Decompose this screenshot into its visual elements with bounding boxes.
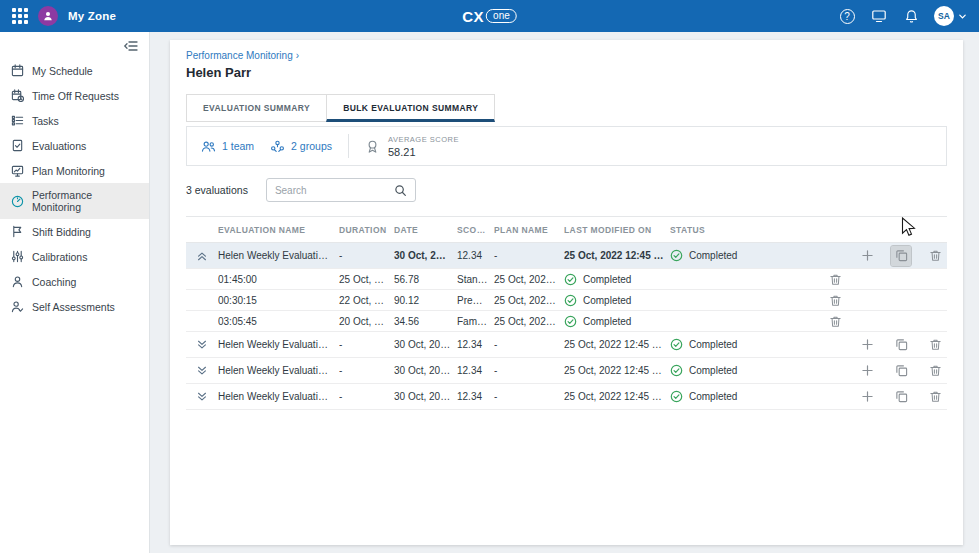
sidebar-item-my-schedule[interactable]: My Schedule — [0, 58, 149, 83]
sidebar-item-shift-bidding[interactable]: Shift Bidding — [0, 219, 149, 244]
search-input[interactable] — [275, 185, 388, 196]
date: 20 Oct, 2022 — [339, 316, 394, 327]
last-modified: 25 Oct, 2022 12:45 PM — [564, 339, 670, 350]
sidebar-item-plan-monitoring[interactable]: Plan Monitoring — [0, 158, 149, 183]
notifications-bell-icon[interactable] — [902, 7, 920, 25]
groups-link[interactable]: 2 groups — [270, 140, 332, 153]
groups-icon — [270, 140, 285, 153]
table-row[interactable]: 03:05:45 20 Oct, 2022 34.56 Family Plan … — [186, 311, 947, 332]
calibrations-icon — [11, 250, 24, 263]
sidebar-item-coaching[interactable]: Coaching — [0, 269, 149, 294]
tab-bulk-evaluation-summary[interactable]: BULK EVALUATION SUMMARY — [326, 94, 495, 122]
sidebar-item-label: Tasks — [32, 115, 59, 127]
add-evaluation-button[interactable] — [857, 361, 877, 381]
add-evaluation-button[interactable] — [857, 387, 877, 407]
col-status: STATUS — [670, 225, 847, 235]
sidebar-item-time-off-requests[interactable]: Time Off Requests — [0, 83, 149, 108]
my-schedule-icon — [11, 64, 24, 77]
table-row[interactable]: Helen Weekly Evaluation - June 20 - 30 O… — [186, 358, 947, 384]
trash-icon — [929, 249, 942, 262]
plan-monitoring-icon — [11, 164, 24, 177]
score: 12.34 — [457, 250, 494, 261]
table-row[interactable]: Helen Weekly Evaluation - June 20 - 30 O… — [186, 332, 947, 358]
duration: - — [339, 339, 394, 350]
completed-check-icon — [670, 249, 683, 262]
duration: 01:45:00 — [218, 274, 339, 285]
score: 12.34 — [457, 391, 494, 402]
delete-evaluation-button[interactable] — [825, 290, 845, 310]
delete-evaluation-button[interactable] — [925, 335, 945, 355]
team-link[interactable]: 1 team — [201, 140, 254, 153]
col-evaluation-name: EVALUATION NAME — [218, 225, 339, 235]
score: 90.12 — [394, 295, 457, 306]
date: 30 Oct, 2022 — [394, 365, 457, 376]
app-launcher-icon[interactable] — [12, 8, 28, 24]
help-icon[interactable]: ? — [838, 7, 856, 25]
table-row[interactable]: 01:45:00 25 Oct, 2022 56.78 Standard Pla… — [186, 269, 947, 290]
sidebar-item-tasks[interactable]: Tasks — [0, 108, 149, 133]
date: 22 Oct, 2022 — [339, 295, 394, 306]
expand-row-icon[interactable] — [196, 365, 208, 377]
tab-bar: EVALUATION SUMMARY BULK EVALUATION SUMMA… — [186, 94, 947, 122]
plan-name: - — [494, 365, 564, 376]
sidebar-item-calibrations[interactable]: Calibrations — [0, 244, 149, 269]
expand-row-icon[interactable] — [196, 391, 208, 403]
content-card: Performance Monitoring› Helen Parr EVALU… — [170, 40, 963, 545]
table-row[interactable]: 00:30:15 22 Oct, 2022 90.12 Premium Plan… — [186, 290, 947, 311]
sidebar-item-label: Evaluations — [32, 140, 86, 152]
my-zone-logo-icon — [38, 6, 58, 26]
table-row[interactable]: Helen Weekly Evaluation - June... - 30 O… — [186, 243, 947, 269]
copy-evaluation-button[interactable] — [891, 387, 911, 407]
completed-check-icon — [670, 390, 683, 403]
plus-icon — [862, 339, 873, 350]
add-evaluation-button[interactable] — [857, 246, 877, 266]
score: 34.56 — [394, 316, 457, 327]
status-label: Completed — [583, 316, 631, 327]
delete-evaluation-button[interactable] — [925, 361, 945, 381]
self-assessments-icon — [11, 300, 24, 313]
copy-evaluation-button[interactable] — [891, 335, 911, 355]
breadcrumb[interactable]: Performance Monitoring› — [186, 50, 947, 61]
delete-evaluation-button[interactable] — [825, 269, 845, 289]
sidebar: My ScheduleTime Off RequestsTasksEvaluat… — [0, 32, 150, 553]
plus-icon — [862, 365, 873, 376]
screen-share-icon[interactable] — [870, 7, 888, 25]
evaluation-name: Helen Weekly Evaluation - June 20 — [218, 339, 339, 350]
table-row[interactable]: Helen Weekly Evaluation - June 20 - 30 O… — [186, 384, 947, 410]
status-cell: Completed — [564, 294, 670, 307]
delete-evaluation-button[interactable] — [825, 311, 845, 331]
plan-name: Standard Plan — [457, 274, 494, 285]
sidebar-nav: My ScheduleTime Off RequestsTasksEvaluat… — [0, 58, 149, 319]
search-icon[interactable] — [394, 184, 407, 197]
average-score-block: AVERAGE SCORE 58.21 — [365, 135, 459, 158]
completed-check-icon — [670, 338, 683, 351]
average-score-label: AVERAGE SCORE — [388, 135, 459, 144]
plan-name: - — [494, 391, 564, 402]
shift-bidding-icon — [11, 225, 24, 238]
breadcrumb-chevron: › — [296, 50, 299, 61]
sidebar-item-self-assessments[interactable]: Self Assessments — [0, 294, 149, 319]
last-modified: 25 Oct, 2022 12:45 PM — [564, 391, 670, 402]
copy-icon — [895, 338, 908, 351]
copy-evaluation-button[interactable] — [891, 361, 911, 381]
sidebar-item-performance-monitoring[interactable]: Performance Monitoring — [0, 183, 149, 219]
avatar[interactable]: SA — [934, 6, 954, 26]
collapse-sidebar-icon[interactable] — [123, 39, 139, 53]
copy-icon — [895, 364, 908, 377]
copy-evaluation-button[interactable] — [891, 246, 911, 266]
delete-evaluation-button[interactable] — [925, 246, 945, 266]
add-evaluation-button[interactable] — [857, 335, 877, 355]
expand-row-icon[interactable] — [196, 339, 208, 351]
trash-icon — [829, 315, 842, 328]
collapse-row-icon[interactable] — [196, 250, 208, 262]
user-menu[interactable]: SA — [934, 6, 967, 26]
last-modified: 25 Oct, 2022 12:45 PM — [494, 316, 564, 327]
tab-evaluation-summary[interactable]: EVALUATION SUMMARY — [186, 94, 327, 122]
sidebar-item-label: Time Off Requests — [32, 90, 119, 102]
date: 30 Oct, 2022 — [394, 250, 457, 261]
col-date: DATE — [394, 225, 457, 235]
plus-icon — [862, 391, 873, 402]
sidebar-item-evaluations[interactable]: Evaluations — [0, 133, 149, 158]
delete-evaluation-button[interactable] — [925, 387, 945, 407]
col-score: SCORE — [457, 225, 494, 235]
